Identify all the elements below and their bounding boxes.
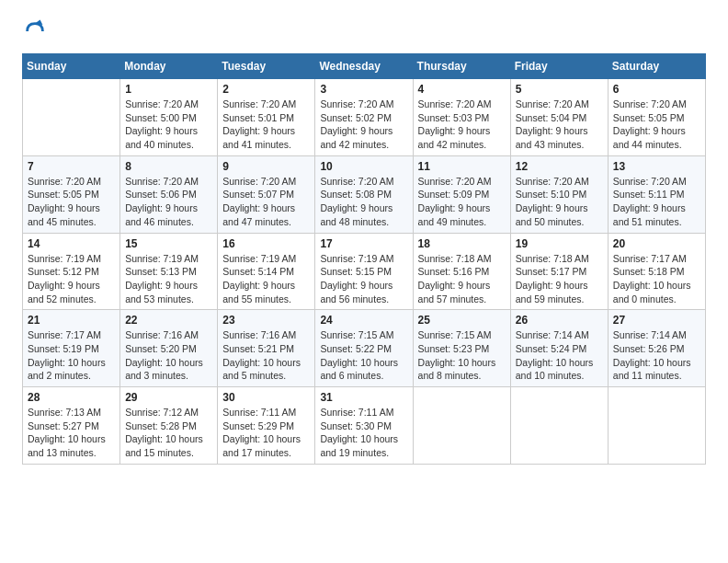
day-number: 31	[320, 391, 407, 404]
day-number: 18	[418, 237, 506, 250]
day-number: 20	[613, 237, 700, 250]
calendar-cell: 31Sunrise: 7:11 AM Sunset: 5:30 PM Dayli…	[315, 387, 413, 465]
weekday-header-sunday: Sunday	[23, 54, 120, 79]
day-info: Sunrise: 7:11 AM Sunset: 5:29 PM Dayligh…	[222, 406, 310, 460]
day-number: 30	[222, 391, 310, 404]
day-number: 4	[418, 83, 506, 96]
day-number: 15	[125, 237, 212, 250]
calendar-cell	[413, 387, 510, 465]
calendar-cell: 19Sunrise: 7:18 AM Sunset: 5:17 PM Dayli…	[510, 233, 608, 310]
weekday-header-friday: Friday	[510, 54, 608, 79]
day-info: Sunrise: 7:20 AM Sunset: 5:07 PM Dayligh…	[222, 175, 310, 229]
calendar-cell: 3Sunrise: 7:20 AM Sunset: 5:02 PM Daylig…	[315, 79, 413, 156]
day-info: Sunrise: 7:12 AM Sunset: 5:28 PM Dayligh…	[125, 406, 212, 460]
calendar-week-row: 7Sunrise: 7:20 AM Sunset: 5:05 PM Daylig…	[23, 155, 706, 233]
day-info: Sunrise: 7:20 AM Sunset: 5:02 PM Dayligh…	[320, 98, 407, 152]
day-info: Sunrise: 7:16 AM Sunset: 5:20 PM Dayligh…	[125, 328, 212, 383]
calendar-cell: 27Sunrise: 7:14 AM Sunset: 5:26 PM Dayli…	[608, 310, 705, 387]
day-number: 27	[613, 314, 700, 327]
calendar-week-row: 14Sunrise: 7:19 AM Sunset: 5:12 PM Dayli…	[23, 233, 706, 310]
calendar-cell: 9Sunrise: 7:20 AM Sunset: 5:07 PM Daylig…	[218, 155, 315, 233]
day-info: Sunrise: 7:20 AM Sunset: 5:10 PM Dayligh…	[516, 175, 603, 229]
day-info: Sunrise: 7:19 AM Sunset: 5:13 PM Dayligh…	[125, 252, 212, 306]
calendar-cell: 30Sunrise: 7:11 AM Sunset: 5:29 PM Dayli…	[218, 387, 315, 465]
calendar-cell: 12Sunrise: 7:20 AM Sunset: 5:10 PM Dayli…	[510, 155, 608, 233]
day-number: 22	[125, 314, 212, 327]
calendar-cell: 7Sunrise: 7:20 AM Sunset: 5:05 PM Daylig…	[23, 155, 120, 233]
day-info: Sunrise: 7:16 AM Sunset: 5:21 PM Dayligh…	[222, 328, 310, 383]
day-info: Sunrise: 7:11 AM Sunset: 5:30 PM Dayligh…	[320, 406, 407, 460]
day-number: 29	[125, 391, 212, 404]
calendar-cell: 24Sunrise: 7:15 AM Sunset: 5:22 PM Dayli…	[315, 310, 413, 387]
day-number: 9	[222, 160, 310, 173]
day-info: Sunrise: 7:14 AM Sunset: 5:26 PM Dayligh…	[613, 328, 700, 383]
calendar-cell: 28Sunrise: 7:13 AM Sunset: 5:27 PM Dayli…	[23, 387, 120, 465]
calendar-cell: 6Sunrise: 7:20 AM Sunset: 5:05 PM Daylig…	[608, 79, 705, 156]
day-info: Sunrise: 7:20 AM Sunset: 5:03 PM Dayligh…	[418, 98, 506, 152]
day-info: Sunrise: 7:20 AM Sunset: 5:09 PM Dayligh…	[418, 175, 506, 229]
calendar-cell: 21Sunrise: 7:17 AM Sunset: 5:19 PM Dayli…	[23, 310, 120, 387]
calendar-cell: 14Sunrise: 7:19 AM Sunset: 5:12 PM Dayli…	[23, 233, 120, 310]
weekday-header-tuesday: Tuesday	[218, 54, 315, 79]
day-info: Sunrise: 7:20 AM Sunset: 5:08 PM Dayligh…	[320, 175, 407, 229]
calendar-header-row: SundayMondayTuesdayWednesdayThursdayFrid…	[23, 54, 706, 79]
calendar-cell: 10Sunrise: 7:20 AM Sunset: 5:08 PM Dayli…	[315, 155, 413, 233]
day-number: 11	[418, 160, 506, 173]
day-number: 3	[320, 83, 407, 96]
day-number: 17	[320, 237, 407, 250]
calendar-cell: 16Sunrise: 7:19 AM Sunset: 5:14 PM Dayli…	[218, 233, 315, 310]
calendar-cell: 26Sunrise: 7:14 AM Sunset: 5:24 PM Dayli…	[510, 310, 608, 387]
day-info: Sunrise: 7:19 AM Sunset: 5:15 PM Dayligh…	[320, 252, 407, 306]
calendar-week-row: 1Sunrise: 7:20 AM Sunset: 5:00 PM Daylig…	[23, 79, 706, 156]
day-number: 26	[516, 314, 603, 327]
day-info: Sunrise: 7:20 AM Sunset: 5:05 PM Dayligh…	[28, 175, 115, 229]
calendar-week-row: 21Sunrise: 7:17 AM Sunset: 5:19 PM Dayli…	[23, 310, 706, 387]
day-number: 19	[516, 237, 603, 250]
day-number: 13	[613, 160, 700, 173]
day-number: 12	[516, 160, 603, 173]
weekday-header-thursday: Thursday	[413, 54, 510, 79]
calendar-cell: 4Sunrise: 7:20 AM Sunset: 5:03 PM Daylig…	[413, 79, 510, 156]
calendar-cell: 15Sunrise: 7:19 AM Sunset: 5:13 PM Dayli…	[120, 233, 218, 310]
day-info: Sunrise: 7:13 AM Sunset: 5:27 PM Dayligh…	[28, 406, 115, 460]
day-number: 8	[125, 160, 212, 173]
calendar-cell	[608, 387, 705, 465]
day-number: 14	[28, 237, 115, 250]
day-info: Sunrise: 7:18 AM Sunset: 5:17 PM Dayligh…	[516, 252, 603, 306]
day-number: 10	[320, 160, 407, 173]
day-info: Sunrise: 7:19 AM Sunset: 5:12 PM Dayligh…	[28, 252, 115, 306]
day-number: 21	[28, 314, 115, 327]
calendar-cell: 8Sunrise: 7:20 AM Sunset: 5:06 PM Daylig…	[120, 155, 218, 233]
calendar-week-row: 28Sunrise: 7:13 AM Sunset: 5:27 PM Dayli…	[23, 387, 706, 465]
day-info: Sunrise: 7:20 AM Sunset: 5:00 PM Dayligh…	[125, 98, 212, 152]
page-header	[22, 18, 706, 44]
day-info: Sunrise: 7:15 AM Sunset: 5:23 PM Dayligh…	[418, 328, 506, 383]
logo	[22, 18, 53, 44]
day-number: 16	[222, 237, 310, 250]
day-number: 7	[28, 160, 115, 173]
day-info: Sunrise: 7:15 AM Sunset: 5:22 PM Dayligh…	[320, 328, 407, 383]
weekday-header-wednesday: Wednesday	[315, 54, 413, 79]
day-number: 5	[516, 83, 603, 96]
day-number: 24	[320, 314, 407, 327]
calendar-cell	[510, 387, 608, 465]
calendar-cell: 5Sunrise: 7:20 AM Sunset: 5:04 PM Daylig…	[510, 79, 608, 156]
calendar-cell: 2Sunrise: 7:20 AM Sunset: 5:01 PM Daylig…	[218, 79, 315, 156]
calendar-cell: 17Sunrise: 7:19 AM Sunset: 5:15 PM Dayli…	[315, 233, 413, 310]
weekday-header-monday: Monday	[120, 54, 218, 79]
calendar-cell: 23Sunrise: 7:16 AM Sunset: 5:21 PM Dayli…	[218, 310, 315, 387]
calendar-cell	[23, 79, 120, 156]
day-number: 28	[28, 391, 115, 404]
calendar-cell: 1Sunrise: 7:20 AM Sunset: 5:00 PM Daylig…	[120, 79, 218, 156]
day-info: Sunrise: 7:17 AM Sunset: 5:18 PM Dayligh…	[613, 252, 700, 306]
calendar-cell: 13Sunrise: 7:20 AM Sunset: 5:11 PM Dayli…	[608, 155, 705, 233]
day-info: Sunrise: 7:18 AM Sunset: 5:16 PM Dayligh…	[418, 252, 506, 306]
calendar-table: SundayMondayTuesdayWednesdayThursdayFrid…	[22, 53, 706, 465]
logo-icon	[22, 18, 48, 44]
day-number: 2	[222, 83, 310, 96]
day-number: 23	[222, 314, 310, 327]
day-info: Sunrise: 7:20 AM Sunset: 5:05 PM Dayligh…	[613, 98, 700, 152]
day-info: Sunrise: 7:20 AM Sunset: 5:11 PM Dayligh…	[613, 175, 700, 229]
day-info: Sunrise: 7:20 AM Sunset: 5:04 PM Dayligh…	[516, 98, 603, 152]
day-info: Sunrise: 7:20 AM Sunset: 5:06 PM Dayligh…	[125, 175, 212, 229]
